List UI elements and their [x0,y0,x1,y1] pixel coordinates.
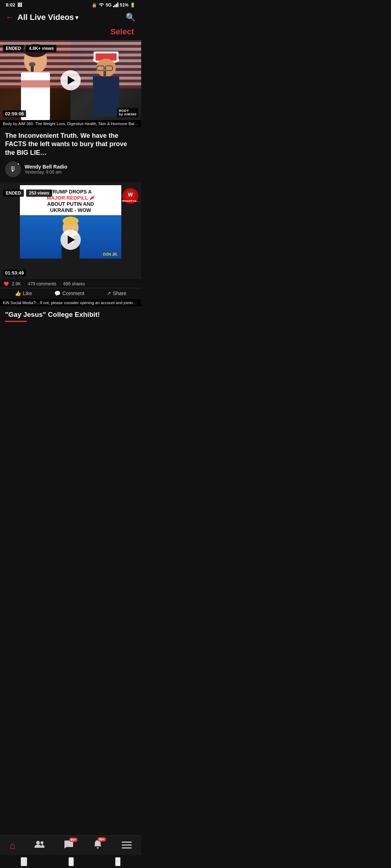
comments-count: 479 comments [28,281,56,286]
stats-row-2: ❤️ 2.9K · 479 comments · 695 shares [0,279,141,288]
views-badge-1: 4.8K+ views [26,45,56,52]
channel-time-1: Yesterday, 9:00 am [25,170,67,175]
ticker-bar-2: KiN Social Media?!...If not, please cons… [0,299,141,306]
svg-rect-15 [104,71,106,77]
select-bar: Select [0,26,141,40]
play-button-2[interactable] [60,230,81,250]
battery-icon: 🔋 [130,3,135,8]
channel-meta-1: Wendy Bell Radio Yesterday, 9:00 am [25,164,67,175]
ticker-bar-1: Body by AIM 360. The Weight Loss, Digest… [0,120,141,127]
photo-icon: 🖼 [17,2,22,8]
lock-icon: 🔒 [92,3,97,8]
svg-text:W: W [128,192,133,197]
svg-point-0 [101,6,102,7]
play-triangle-icon-2 [68,235,75,244]
like-icon: 👍 [15,290,21,296]
app-header: ← All Live Videos ▾ 🔍 [0,10,141,26]
ended-badge-2: ENDED [3,190,24,197]
signal-label: 5G [106,3,112,8]
video-duration-1: 02:59:06 [3,110,26,117]
page-title: All Live Videos ▾ [17,13,78,22]
page-title-text: All Live Videos [17,13,74,22]
battery-display: 51% [120,3,129,8]
dot-separator: · [24,281,25,286]
svg-rect-14 [93,76,119,116]
video-info-1: The Inconvenient Truth. We have the FACT… [0,127,141,182]
svg-point-19 [63,217,79,225]
person-silhouette-left [0,41,71,120]
don-jr-label: DON JR. [103,252,118,256]
time-display: 8:02 [6,2,15,8]
channel-name-1[interactable]: Wendy Bell Radio [25,164,67,170]
thumb-right-panel: BODYby AIM360 [71,41,141,120]
wifi-icon [98,2,104,8]
channel-avatar-1[interactable]: 🎙 [5,161,21,177]
play-triangle-icon [68,76,75,85]
video-card-1: ENDED 4.8K+ views [0,41,141,182]
svg-rect-6 [29,62,35,67]
views-badge-2: 253 views [26,190,52,197]
share-button[interactable]: ↗ Share [107,290,126,296]
channel-row-1: 🎙 Wendy Bell Radio Yesterday, 9:00 am [5,161,136,177]
comment-icon: 💬 [54,290,60,296]
sponsor-logo: BODYby AIM360 [117,108,138,117]
search-icon[interactable]: 🔍 [126,13,135,22]
thumb-title-line4: UKRAINE - WOW [25,207,116,213]
svg-rect-4 [21,80,50,88]
comment-label: Comment [62,290,84,296]
share-icon: ↗ [107,290,111,296]
actions-row-2: 👍 Like 💬 Comment ↗ Share [0,288,141,299]
status-bar: 8:02 🖼 🔒 5G 51% 🔋 [0,0,141,10]
video-duration-2: 01:53:49 [3,269,26,276]
signal-bars [113,3,118,7]
online-indicator [17,162,20,166]
reactions-count: 2.9K [12,281,21,286]
select-button[interactable]: Select [110,27,134,37]
video-thumbnail-2[interactable]: ENDED 253 views W WimkinFree... TRUMP DR… [0,185,141,279]
video-thumbnail-1[interactable]: ENDED 4.8K+ views [0,41,141,120]
video-card-3-preview: "Gay Jesus" College Exhibit! [0,306,141,322]
shares-count: 695 shares [63,281,85,286]
play-button-1[interactable] [60,70,81,90]
like-button[interactable]: 👍 Like [15,290,32,296]
badge-row-2: ENDED 253 views [3,190,52,197]
card-divider-1 [0,182,141,185]
reaction-emoji-heart: ❤️ [4,281,9,286]
share-label: Share [113,290,126,296]
channel-icon-2[interactable]: W WimkinFree... [122,188,138,204]
status-right: 🔒 5G 51% 🔋 [92,2,135,8]
like-label: Like [23,290,32,296]
video3-title[interactable]: "Gay Jesus" College Exhibit! [0,306,141,321]
badge-row-1: ENDED 4.8K+ views [3,45,56,52]
status-time: 8:02 🖼 [6,2,22,8]
back-button[interactable]: ← [6,13,14,22]
comment-button[interactable]: 💬 Comment [54,290,84,296]
video-card-2: ENDED 253 views W WimkinFree... TRUMP DR… [0,185,141,306]
avatar-icon: 🎙 [9,165,17,174]
video-title-1[interactable]: The Inconvenient Truth. We have the FACT… [5,132,136,157]
wimkin-label: W WimkinFree... [122,190,138,203]
ended-badge-1: ENDED [3,45,24,52]
dot-separator2: · [59,281,60,286]
thumb-left-panel [0,41,71,120]
dropdown-caret-icon[interactable]: ▾ [75,14,78,21]
thumb-title-line3: ABOUT PUTIN AND [25,201,116,207]
